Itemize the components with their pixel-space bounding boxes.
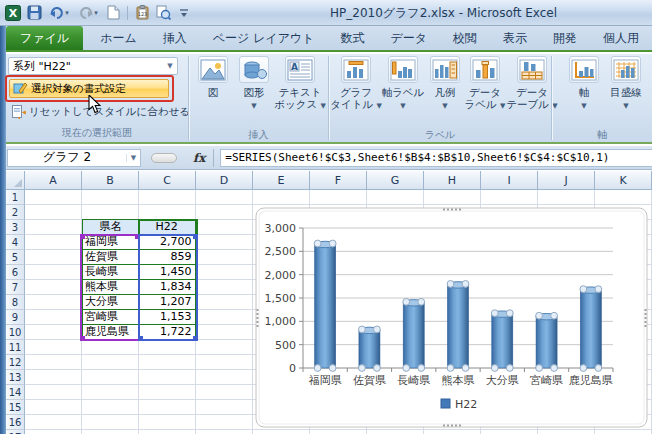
value-cell[interactable]: 859 (138, 249, 196, 265)
undo-button[interactable]: ▾ (46, 4, 72, 22)
prefecture-cell[interactable]: 大分県 (82, 294, 139, 310)
labels-button-0-label: グラフタイトル ▼ (330, 86, 382, 112)
insert-button-2-label: テキストボックス ▼ (274, 86, 326, 112)
value-cell[interactable]: 2,700 (138, 234, 196, 250)
tab-2[interactable]: 挿入 (150, 26, 200, 50)
row-header-3[interactable]: 3 (6, 220, 25, 235)
labels-button-3[interactable]: データラベル ▼ (463, 56, 507, 128)
value-cell[interactable]: 1,153 (138, 309, 196, 325)
row-header-15[interactable]: 15 (6, 400, 25, 415)
insert-function-button[interactable]: fx (193, 151, 205, 165)
labels-button-1[interactable]: 軸ラベル▼ (381, 56, 425, 128)
tab-5[interactable]: データ (377, 26, 440, 50)
labels-button-4[interactable]: データテーブル ▼ (508, 56, 556, 128)
labels-button-2[interactable]: 凡例▼ (427, 56, 463, 128)
value-cell[interactable]: 1,722 (138, 324, 196, 340)
row-header-4[interactable]: 4 (6, 235, 25, 250)
tab-file[interactable]: ファイル (6, 26, 83, 50)
excel-logo: X (4, 4, 22, 22)
labels-button-0[interactable]: グラフタイトル ▼ (333, 56, 379, 128)
table-header-cell[interactable]: 県名 (82, 219, 139, 235)
customize-arrow[interactable] (175, 4, 193, 22)
table-header-cell[interactable]: H22 (138, 219, 196, 235)
insert-button-1[interactable]: 図形▼ (233, 56, 275, 128)
column-header-A[interactable]: A (25, 171, 82, 190)
group-labels: ラベル グラフタイトル ▼軸ラベル▼凡例▼データラベル ▼データテーブル ▼ (329, 54, 551, 144)
axes-button-0[interactable]: 軸▼ (566, 56, 602, 128)
column-header-J[interactable]: J (538, 171, 595, 190)
row-headers: 1234567891011121314151617 (6, 190, 25, 434)
row-header-12[interactable]: 12 (6, 355, 25, 370)
column-header-H[interactable]: H (424, 171, 481, 190)
chart-object[interactable]: 05001,0001,5002,0002,5003,000福岡県佐賀県長崎県熊本… (255, 207, 648, 428)
redo-button[interactable]: ▾ (75, 4, 101, 22)
clipboard-button[interactable]: 123 (133, 4, 151, 22)
row-header-6[interactable]: 6 (6, 265, 25, 280)
svg-text:2,000: 2,000 (265, 269, 297, 282)
svg-text:X: X (9, 7, 18, 20)
row-header-14[interactable]: 14 (6, 385, 25, 400)
format-selection-button[interactable]: 選択対象の書式設定 (9, 79, 169, 98)
column-header-G[interactable]: G (367, 171, 424, 190)
row-header-7[interactable]: 7 (6, 280, 25, 295)
name-box[interactable]: グラフ 2 ▼ (7, 149, 141, 167)
reset-to-match-style-button[interactable]: リセットしてスタイルに合わせる (9, 103, 185, 121)
value-cell[interactable]: 1,207 (138, 294, 196, 310)
save-button[interactable] (25, 4, 43, 22)
prefecture-cell[interactable]: 長崎県 (82, 264, 139, 280)
row-header-13[interactable]: 13 (6, 370, 25, 385)
labels-button-1-label: 軸ラベル▼ (382, 86, 425, 112)
tab-6[interactable]: 校閲 (440, 26, 490, 50)
axes-icon (569, 56, 599, 83)
prefecture-cell[interactable]: 佐賀県 (82, 249, 139, 265)
svg-text:H22: H22 (455, 398, 477, 411)
column-header-C[interactable]: C (139, 171, 196, 190)
insert-button-2[interactable]: Aテキストボックス ▼ (275, 56, 325, 128)
row-header-8[interactable]: 8 (6, 295, 25, 310)
select-all-corner[interactable] (6, 171, 25, 190)
value-cell[interactable]: 1,834 (138, 279, 196, 295)
axes-button-1-label: 目盛線▼ (610, 86, 642, 112)
axes-button-1[interactable]: 目盛線▼ (604, 56, 648, 128)
row-header-2[interactable]: 2 (6, 205, 25, 220)
value-cell[interactable]: 1,450 (138, 264, 196, 280)
prefecture-cell[interactable]: 宮崎県 (82, 309, 139, 325)
row-header-16[interactable]: 16 (6, 415, 25, 430)
column-chart[interactable]: 05001,0001,5002,0002,5003,000福岡県佐賀県長崎県熊本… (255, 207, 648, 428)
tab-4[interactable]: 数式 (327, 26, 377, 50)
row-header-1[interactable]: 1 (6, 190, 25, 205)
chevron-down-icon[interactable]: ▼ (163, 62, 177, 70)
column-header-E[interactable]: E (253, 171, 310, 190)
column-header-B[interactable]: B (82, 171, 139, 190)
insert-button-0[interactable]: 図 (195, 56, 231, 128)
row-header-11[interactable]: 11 (6, 340, 25, 355)
row-header-5[interactable]: 5 (6, 250, 25, 265)
tab-8[interactable]: 開発 (540, 26, 590, 50)
column-header-K[interactable]: K (595, 171, 652, 190)
formula-bar-handle[interactable] (151, 153, 177, 163)
column-header-I[interactable]: I (481, 171, 538, 190)
name-box-dropdown-icon[interactable]: ▼ (126, 154, 140, 162)
prefecture-cell[interactable]: 熊本県 (82, 279, 139, 295)
prefecture-cell[interactable]: 福岡県 (82, 234, 139, 250)
svg-text:500: 500 (275, 339, 296, 352)
new-document-button[interactable] (104, 4, 122, 22)
row-header-9[interactable]: 9 (6, 310, 25, 325)
svg-text:福岡県: 福岡県 (309, 374, 342, 387)
column-header-D[interactable]: D (196, 171, 253, 190)
tab-1[interactable]: ホーム (87, 26, 150, 50)
formula-input[interactable]: =SERIES(Sheet6!$C$3,Sheet6!$B$4:$B$10,Sh… (220, 149, 652, 167)
tab-9[interactable]: 個人用 (590, 26, 652, 50)
svg-text:大分県: 大分県 (486, 374, 519, 387)
formula-bar: グラフ 2 ▼ fx =SERIES(Sheet6!$C$3,Sheet6!$B… (0, 146, 652, 170)
print-preview-button[interactable] (154, 4, 172, 22)
tab-3[interactable]: ページ レイアウト (200, 26, 328, 50)
prefecture-cell[interactable]: 鹿児島県 (82, 324, 139, 340)
data-table[interactable]: 県名H22福岡県2,700佐賀県859長崎県1,450熊本県1,834大分県1,… (82, 220, 197, 340)
cell-grid[interactable]: 県名H22福岡県2,700佐賀県859長崎県1,450熊本県1,834大分県1,… (25, 190, 652, 434)
row-header-10[interactable]: 10 (6, 325, 25, 340)
column-header-F[interactable]: F (310, 171, 367, 190)
chart-element-dropdown[interactable]: 系列 "H22" ▼ (8, 57, 178, 75)
tab-7[interactable]: 表示 (490, 26, 540, 50)
row-header-17[interactable]: 17 (6, 430, 25, 434)
